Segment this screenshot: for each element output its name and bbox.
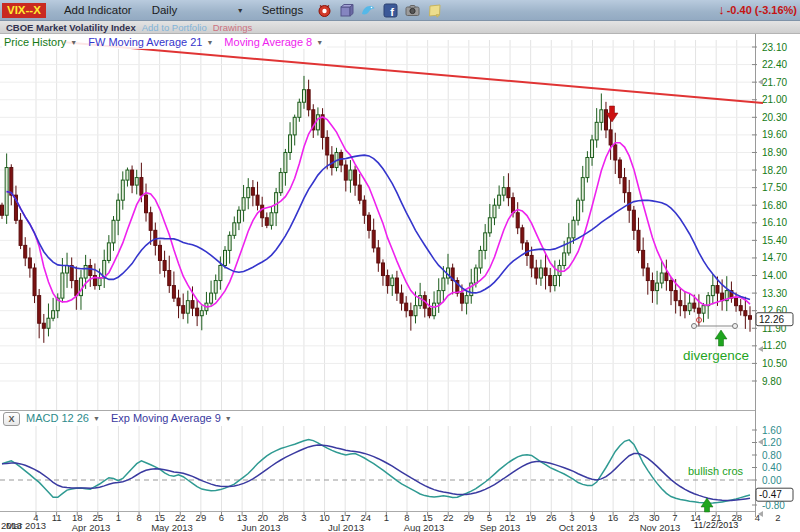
candle (52, 311, 55, 319)
buy-arrow-icon[interactable] (701, 498, 713, 512)
candle (683, 306, 686, 311)
candle (651, 281, 654, 291)
chevron-down-icon[interactable]: ▼ (237, 7, 244, 14)
price-axis-label: 13.30 (762, 288, 787, 299)
chevron-down-icon[interactable]: ▼ (316, 39, 323, 46)
legend-moving-average-8[interactable]: Moving Average 8 ▼ (224, 36, 323, 48)
macd-axis-label: 0.80 (762, 450, 782, 461)
macd-axis-label: 1.60 (762, 425, 782, 436)
date-axis-label: 29 (464, 512, 475, 523)
bullish-cross-label[interactable]: bullish cros (688, 465, 744, 477)
month-axis-label: Aug 2013 (404, 522, 445, 532)
date-axis-label: 26 (546, 512, 557, 523)
change-value: -0.40 (-3.16%) (727, 4, 797, 16)
macd-axis-label: 0.40 (762, 462, 782, 473)
candle (591, 140, 594, 158)
candle (586, 157, 589, 177)
candle (256, 195, 259, 205)
price-axis-label: 9.80 (762, 376, 782, 387)
drawn-line-handle[interactable] (733, 324, 738, 329)
candle (442, 278, 445, 291)
legend-fw-moving-average-21[interactable]: FW Moving Average 21 ▼ (88, 36, 213, 48)
add-indicator-button[interactable]: Add Indicator (64, 4, 132, 16)
candle (121, 180, 124, 200)
candle (498, 195, 501, 205)
price-axis-label: 23.10 (762, 42, 787, 53)
candle (233, 223, 236, 236)
legend-macd[interactable]: MACD 12 26 ▼ (26, 412, 100, 424)
date-axis-label: 1 (384, 512, 389, 523)
candle (117, 200, 120, 220)
candle (711, 286, 714, 296)
candle (525, 243, 528, 256)
candle (75, 281, 78, 296)
legend-exp-moving-average-9[interactable]: Exp Moving Average 9 ▼ (111, 412, 232, 424)
candle (739, 306, 742, 311)
period-dropdown[interactable]: Daily ▼ (152, 4, 244, 16)
macd-axis-label: 0.00 (762, 475, 782, 486)
date-axis-label: 2 (775, 512, 780, 523)
candle (84, 265, 87, 278)
drawings-link[interactable]: Drawings (213, 22, 253, 33)
chevron-down-icon[interactable]: ▼ (225, 415, 232, 422)
candle (135, 178, 138, 186)
candle (679, 301, 682, 306)
candle (600, 110, 603, 123)
candle (61, 273, 64, 298)
candle (572, 220, 575, 238)
divergence-label[interactable]: divergence (683, 348, 749, 363)
buy-arrow-icon[interactable] (715, 330, 727, 346)
alarm-icon[interactable] (317, 3, 332, 18)
price-axis-label: 16.80 (762, 200, 787, 211)
candle (47, 318, 50, 328)
candle (674, 291, 677, 301)
date-axis-label: 4 (755, 512, 760, 523)
facebook-icon[interactable]: f (383, 3, 398, 18)
month-axis-label: Apr 2013 (72, 522, 111, 532)
legend-price-history[interactable]: Price History ▼ (4, 36, 77, 48)
candle (749, 316, 752, 320)
candle (354, 170, 357, 185)
chart-area[interactable]: 23.1022.4021.7021.0020.3019.6018.9018.20… (0, 34, 800, 532)
candle (623, 178, 626, 193)
candle (168, 271, 171, 286)
price-axis-label: 22.40 (762, 59, 787, 70)
candle (642, 250, 645, 268)
down-arrow-icon: ↓ (718, 5, 725, 15)
candle (237, 210, 240, 223)
candle (289, 135, 292, 153)
settings-button[interactable]: Settings (262, 4, 304, 16)
candle (502, 188, 505, 196)
candle (512, 198, 515, 213)
chevron-down-icon[interactable]: ▼ (206, 39, 213, 46)
camera-icon[interactable] (405, 3, 420, 18)
candle (405, 303, 408, 311)
date-axis-label: 16 (608, 512, 619, 523)
twitter-icon[interactable] (361, 3, 376, 18)
svg-text:f: f (390, 5, 394, 17)
candle (191, 301, 194, 309)
candle (656, 283, 659, 291)
candle (358, 185, 361, 200)
candle (697, 308, 700, 313)
candle (400, 293, 403, 303)
candle (553, 276, 556, 286)
candle (386, 276, 389, 286)
candle (363, 200, 366, 215)
overlapped-axis-label: Mar 2013 (6, 520, 46, 531)
chevron-down-icon[interactable]: ▼ (70, 39, 77, 46)
price-axis-label: 20.30 (762, 112, 787, 123)
trendline[interactable] (62, 42, 763, 103)
chevron-down-icon[interactable]: ▼ (93, 415, 100, 422)
note-icon[interactable] (427, 3, 442, 18)
candle (107, 243, 110, 261)
candle (618, 160, 621, 178)
candle (38, 296, 41, 324)
cube-icon[interactable] (339, 3, 354, 18)
close-macd-button[interactable]: X (3, 412, 20, 426)
drawn-line-handle[interactable] (692, 324, 697, 329)
month-axis-label: Jun 2013 (241, 522, 280, 532)
candle (140, 178, 143, 196)
add-to-portfolio-link[interactable]: Add to Portfolio (142, 22, 207, 33)
axis-marker-icon (758, 79, 763, 85)
